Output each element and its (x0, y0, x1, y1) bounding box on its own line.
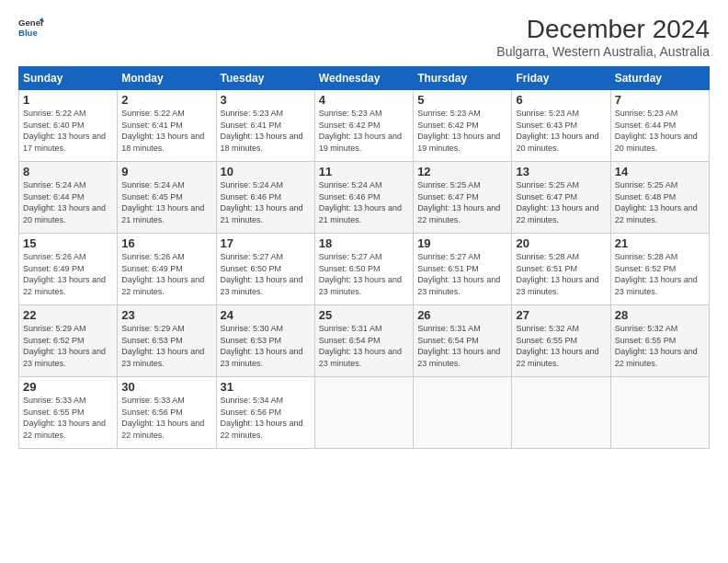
table-row (314, 377, 413, 449)
table-row: 27Sunrise: 5:32 AMSunset: 6:55 PMDayligh… (512, 305, 610, 377)
table-row: 25Sunrise: 5:31 AMSunset: 6:54 PMDayligh… (314, 305, 413, 377)
day-info: Sunrise: 5:30 AMSunset: 6:53 PMDaylight:… (221, 324, 303, 368)
day-info: Sunrise: 5:27 AMSunset: 6:50 PMDaylight:… (319, 252, 402, 296)
table-row: 11Sunrise: 5:24 AMSunset: 6:46 PMDayligh… (314, 162, 413, 234)
table-row: 1Sunrise: 5:22 AMSunset: 6:40 PMDaylight… (19, 90, 118, 162)
day-number: 22 (23, 308, 113, 322)
day-info: Sunrise: 5:26 AMSunset: 6:49 PMDaylight:… (23, 252, 106, 296)
logo: General Blue (18, 15, 44, 40)
day-number: 16 (121, 236, 211, 250)
table-row: 30Sunrise: 5:33 AMSunset: 6:56 PMDayligh… (118, 377, 216, 449)
day-info: Sunrise: 5:31 AMSunset: 6:54 PMDaylight:… (319, 324, 402, 368)
table-row: 3Sunrise: 5:23 AMSunset: 6:41 PMDaylight… (216, 90, 314, 162)
day-number: 28 (615, 308, 705, 322)
table-row: 18Sunrise: 5:27 AMSunset: 6:50 PMDayligh… (314, 234, 413, 305)
table-row: 28Sunrise: 5:32 AMSunset: 6:55 PMDayligh… (610, 305, 709, 377)
table-row: 14Sunrise: 5:25 AMSunset: 6:48 PMDayligh… (610, 162, 709, 234)
col-sunday: Sunday (19, 67, 118, 90)
day-number: 3 (221, 93, 311, 107)
day-number: 17 (221, 236, 311, 250)
day-info: Sunrise: 5:33 AMSunset: 6:56 PMDaylight:… (121, 396, 204, 440)
day-number: 19 (417, 236, 507, 250)
day-info: Sunrise: 5:25 AMSunset: 6:48 PMDaylight:… (615, 180, 698, 224)
table-row (512, 377, 610, 449)
table-row (610, 377, 709, 449)
table-row: 19Sunrise: 5:27 AMSunset: 6:51 PMDayligh… (414, 234, 512, 305)
day-info: Sunrise: 5:27 AMSunset: 6:50 PMDaylight:… (221, 252, 303, 296)
day-info: Sunrise: 5:32 AMSunset: 6:55 PMDaylight:… (615, 324, 698, 368)
day-number: 12 (417, 165, 507, 178)
day-info: Sunrise: 5:23 AMSunset: 6:42 PMDaylight:… (417, 109, 500, 153)
day-info: Sunrise: 5:33 AMSunset: 6:55 PMDaylight:… (23, 396, 106, 440)
day-info: Sunrise: 5:32 AMSunset: 6:55 PMDaylight:… (516, 324, 598, 368)
col-wednesday: Wednesday (314, 67, 413, 90)
day-info: Sunrise: 5:23 AMSunset: 6:41 PMDaylight:… (221, 109, 303, 153)
day-number: 1 (23, 93, 113, 107)
day-info: Sunrise: 5:27 AMSunset: 6:51 PMDaylight:… (417, 252, 500, 296)
day-number: 24 (221, 308, 311, 322)
col-saturday: Saturday (610, 67, 709, 90)
day-number: 11 (319, 165, 409, 178)
day-number: 6 (516, 93, 606, 107)
logo-icon: General Blue (18, 15, 44, 40)
day-info: Sunrise: 5:24 AMSunset: 6:45 PMDaylight:… (121, 180, 204, 224)
table-row: 10Sunrise: 5:24 AMSunset: 6:46 PMDayligh… (216, 162, 314, 234)
col-thursday: Thursday (414, 67, 512, 90)
calendar-week-row: 22Sunrise: 5:29 AMSunset: 6:52 PMDayligh… (19, 305, 710, 377)
table-row: 7Sunrise: 5:23 AMSunset: 6:44 PMDaylight… (610, 90, 709, 162)
day-info: Sunrise: 5:24 AMSunset: 6:46 PMDaylight:… (319, 180, 402, 224)
title-block: December 2024 Bulgarra, Western Australi… (496, 15, 710, 59)
table-row: 9Sunrise: 5:24 AMSunset: 6:45 PMDaylight… (118, 162, 216, 234)
svg-text:General: General (18, 17, 44, 28)
day-number: 30 (121, 380, 211, 394)
page: General Blue December 2024 Bulgarra, Wes… (0, 0, 728, 563)
table-row: 4Sunrise: 5:23 AMSunset: 6:42 PMDaylight… (314, 90, 413, 162)
day-info: Sunrise: 5:28 AMSunset: 6:52 PMDaylight:… (615, 252, 698, 296)
day-number: 31 (221, 380, 311, 394)
main-title: December 2024 (496, 15, 710, 44)
day-info: Sunrise: 5:24 AMSunset: 6:44 PMDaylight:… (23, 180, 106, 224)
calendar-week-row: 1Sunrise: 5:22 AMSunset: 6:40 PMDaylight… (19, 90, 710, 162)
day-number: 26 (417, 308, 507, 322)
day-number: 8 (23, 165, 113, 178)
day-info: Sunrise: 5:34 AMSunset: 6:56 PMDaylight:… (221, 396, 303, 440)
day-info: Sunrise: 5:29 AMSunset: 6:53 PMDaylight:… (121, 324, 204, 368)
table-row: 5Sunrise: 5:23 AMSunset: 6:42 PMDaylight… (414, 90, 512, 162)
day-number: 23 (121, 308, 211, 322)
day-info: Sunrise: 5:25 AMSunset: 6:47 PMDaylight:… (417, 180, 500, 224)
day-number: 9 (121, 165, 211, 178)
calendar-header-row: Sunday Monday Tuesday Wednesday Thursday… (19, 67, 710, 90)
table-row: 15Sunrise: 5:26 AMSunset: 6:49 PMDayligh… (19, 234, 118, 305)
day-number: 14 (615, 165, 705, 178)
day-number: 4 (319, 93, 409, 107)
table-row: 22Sunrise: 5:29 AMSunset: 6:52 PMDayligh… (19, 305, 118, 377)
table-row: 29Sunrise: 5:33 AMSunset: 6:55 PMDayligh… (19, 377, 118, 449)
table-row (414, 377, 512, 449)
day-info: Sunrise: 5:29 AMSunset: 6:52 PMDaylight:… (23, 324, 106, 368)
col-tuesday: Tuesday (216, 67, 314, 90)
table-row: 6Sunrise: 5:23 AMSunset: 6:43 PMDaylight… (512, 90, 610, 162)
day-info: Sunrise: 5:25 AMSunset: 6:47 PMDaylight:… (516, 180, 598, 224)
table-row: 16Sunrise: 5:26 AMSunset: 6:49 PMDayligh… (118, 234, 216, 305)
subtitle: Bulgarra, Western Australia, Australia (496, 44, 710, 59)
calendar-week-row: 29Sunrise: 5:33 AMSunset: 6:55 PMDayligh… (19, 377, 710, 449)
day-number: 18 (319, 236, 409, 250)
day-number: 13 (516, 165, 606, 178)
day-number: 27 (516, 308, 606, 322)
day-info: Sunrise: 5:24 AMSunset: 6:46 PMDaylight:… (221, 180, 303, 224)
table-row: 13Sunrise: 5:25 AMSunset: 6:47 PMDayligh… (512, 162, 610, 234)
day-number: 29 (23, 380, 113, 394)
table-row: 8Sunrise: 5:24 AMSunset: 6:44 PMDaylight… (19, 162, 118, 234)
day-info: Sunrise: 5:23 AMSunset: 6:43 PMDaylight:… (516, 109, 598, 153)
day-number: 2 (121, 93, 211, 107)
day-info: Sunrise: 5:22 AMSunset: 6:41 PMDaylight:… (121, 109, 204, 153)
day-number: 5 (417, 93, 507, 107)
table-row: 21Sunrise: 5:28 AMSunset: 6:52 PMDayligh… (610, 234, 709, 305)
day-info: Sunrise: 5:28 AMSunset: 6:51 PMDaylight:… (516, 252, 598, 296)
day-number: 15 (23, 236, 113, 250)
calendar-week-row: 8Sunrise: 5:24 AMSunset: 6:44 PMDaylight… (19, 162, 710, 234)
table-row: 23Sunrise: 5:29 AMSunset: 6:53 PMDayligh… (118, 305, 216, 377)
day-info: Sunrise: 5:23 AMSunset: 6:44 PMDaylight:… (615, 109, 698, 153)
day-number: 25 (319, 308, 409, 322)
day-info: Sunrise: 5:23 AMSunset: 6:42 PMDaylight:… (319, 109, 402, 153)
